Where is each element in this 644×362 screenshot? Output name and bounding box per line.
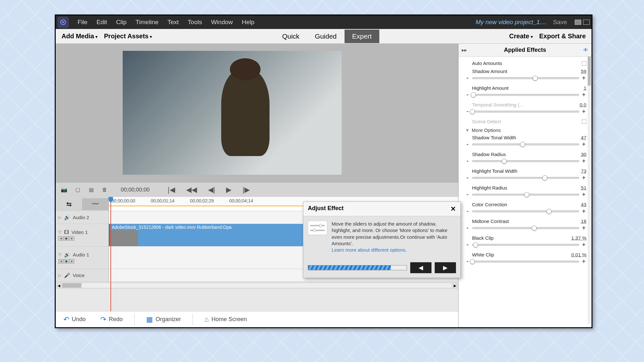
delete-icon[interactable]: 🗑 [101,186,109,194]
param-value[interactable]: 0.01 [571,252,586,257]
track-keyframe-icon[interactable]: ◆ [64,259,69,264]
decrement-button[interactable]: - [465,174,470,181]
increment-button[interactable]: + [581,158,586,164]
speaker-icon[interactable]: 🔊 [64,252,70,258]
slider[interactable] [472,77,579,79]
param-value[interactable]: 1.37 [571,235,586,241]
create-dropdown[interactable]: Create [506,32,536,40]
close-icon[interactable]: ✕ [450,205,456,213]
timeline-zoom-tool-icon[interactable]: ⇆ [56,198,82,210]
track-next-icon[interactable]: ▸ [69,236,74,241]
collapse-icon[interactable]: ▽ [58,230,62,235]
decrement-button[interactable]: - [465,141,470,148]
decrement-button[interactable]: - [465,258,470,265]
save-button[interactable]: Save [553,19,567,26]
timeline-scrollbar[interactable]: ◂ ▸ [56,282,458,289]
decrement-button[interactable]: - [465,225,470,231]
speaker-icon[interactable]: 🔊 [64,215,70,220]
track-keyframe-icon[interactable]: ◆ [64,236,69,241]
home-screen-button[interactable]: ⌂Home Screen [201,314,250,325]
track-prev-icon[interactable]: ◂ [58,259,63,264]
timeline-audio-tool-icon[interactable]: 〰 [82,198,109,210]
panel-scrollbar[interactable] [588,57,591,324]
slider-thumb[interactable] [542,175,547,181]
export-share-button[interactable]: Export & Share [536,32,589,40]
scene-detect-checkbox[interactable] [582,119,586,124]
slider[interactable] [472,227,579,229]
frame-back-icon[interactable]: ◀| [205,186,218,194]
param-value[interactable]: 51 [581,185,586,190]
tab-guided[interactable]: Guided [307,30,345,43]
scroll-left-icon[interactable]: ◂ [56,283,62,289]
organizer-button[interactable]: ▦Organizer [143,314,184,325]
increment-button[interactable]: + [581,258,586,265]
menu-tools[interactable]: Tools [183,19,206,26]
eye-icon[interactable]: 👁 [583,47,588,53]
slider-thumb[interactable] [470,259,475,264]
increment-button[interactable]: + [581,141,586,148]
add-media-dropdown[interactable]: Add Media [58,32,101,40]
decrement-button[interactable]: - [465,191,470,198]
track-prev-icon[interactable]: ◂ [58,236,63,241]
undo-button[interactable]: ↶Undo [60,314,89,325]
decrement-button[interactable]: - [465,158,470,164]
decrement-button[interactable]: - [465,91,470,98]
menu-file[interactable]: File [73,19,92,26]
increment-button[interactable]: + [581,108,586,115]
param-value[interactable]: 73 [581,168,586,174]
slider-thumb[interactable] [502,159,507,164]
param-value[interactable]: 30 [581,152,586,157]
menu-text[interactable]: Text [163,19,183,26]
decrement-button[interactable]: - [465,75,470,81]
slider[interactable] [472,144,579,145]
panel-scroll-thumb[interactable] [588,57,591,86]
slider-thumb[interactable] [473,242,478,247]
marker-icon[interactable]: ▢ [74,186,81,194]
tab-expert[interactable]: Expert [345,30,380,43]
menu-timeline[interactable]: Timeline [131,19,163,26]
project-assets-dropdown[interactable]: Project Assets [101,32,155,40]
decrement-button[interactable]: - [465,108,470,115]
slider[interactable] [472,210,579,212]
param-value[interactable]: 0.0 [580,102,586,107]
slider-thumb[interactable] [532,226,537,231]
snapshot-icon[interactable]: 📷 [60,186,68,194]
increment-button[interactable]: + [581,191,586,198]
decrement-button[interactable]: - [465,208,470,215]
collapse-icon[interactable]: ▽ [58,252,62,257]
slider[interactable] [472,261,579,263]
slider[interactable] [472,244,579,246]
expand-icon[interactable]: ▷ [58,273,62,278]
increment-button[interactable]: + [581,225,586,231]
slider[interactable] [472,160,579,162]
prev-tip-button[interactable]: ◀ [410,262,431,273]
slider-thumb[interactable] [546,209,552,214]
tab-quick[interactable]: Quick [274,30,307,43]
param-value[interactable]: 1 [584,85,586,91]
menu-help[interactable]: Help [237,19,259,26]
preview-frame[interactable] [123,51,342,175]
slider-thumb[interactable] [471,92,476,97]
increment-button[interactable]: + [581,208,586,215]
play-icon[interactable]: ▶ [223,186,234,194]
menu-clip[interactable]: Clip [111,19,131,26]
slider[interactable] [472,111,579,113]
param-value[interactable]: 47 [581,135,586,140]
redo-button[interactable]: ↷Redo [97,314,126,325]
slider-thumb[interactable] [520,142,525,147]
slider[interactable] [472,177,579,179]
auto-amounts-checkbox[interactable] [582,61,586,66]
mic-icon[interactable]: 🎤 [64,273,70,278]
increment-button[interactable]: + [581,75,586,81]
chevron-down-icon[interactable]: ▼ [465,127,470,133]
param-value[interactable]: 59 [581,69,586,74]
timecode[interactable]: 00;00;00;00 [121,187,150,193]
slider[interactable] [472,94,579,96]
minimize-icon[interactable] [575,20,581,25]
expand-icon[interactable]: ▷ [58,215,62,220]
increment-button[interactable]: + [581,241,586,248]
film-icon[interactable]: 🎞 [64,229,69,235]
slider[interactable] [472,194,579,196]
track-next-icon[interactable]: ▸ [69,259,74,264]
slider-thumb[interactable] [533,76,538,81]
